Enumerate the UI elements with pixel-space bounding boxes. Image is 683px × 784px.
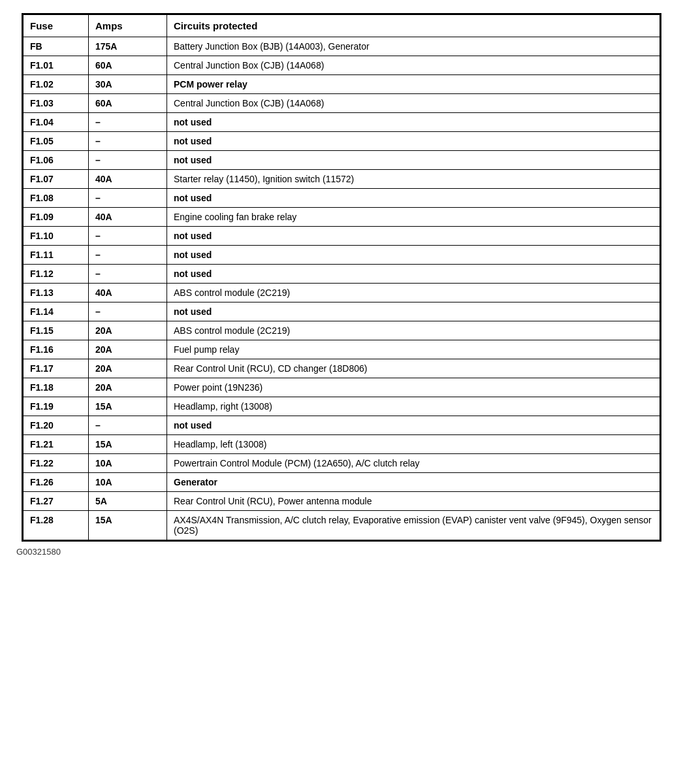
cell-fuse: F1.06 — [24, 151, 89, 170]
cell-amps: 40A — [89, 208, 167, 227]
cell-fuse: F1.09 — [24, 208, 89, 227]
cell-amps: 60A — [89, 94, 167, 113]
cell-circuits: Rear Control Unit (RCU), Power antenna m… — [167, 492, 660, 511]
cell-circuits: Central Junction Box (CJB) (14A068) — [167, 94, 660, 113]
cell-amps: 15A — [89, 511, 167, 540]
table-row: F1.04–not used — [24, 113, 660, 132]
cell-circuits: not used — [167, 246, 660, 265]
cell-fuse: F1.02 — [24, 75, 89, 94]
cell-circuits: not used — [167, 189, 660, 208]
table-row: F1.12–not used — [24, 265, 660, 284]
table-row: F1.2610AGenerator — [24, 473, 660, 492]
cell-fuse: F1.04 — [24, 113, 89, 132]
cell-circuits: Power point (19N236) — [167, 378, 660, 397]
table-row: FB175ABattery Junction Box (BJB) (14A003… — [24, 37, 660, 56]
table-row: F1.2815AAX4S/AX4N Transmission, A/C clut… — [24, 511, 660, 540]
table-row: F1.1340AABS control module (2C219) — [24, 284, 660, 302]
cell-amps: 20A — [89, 378, 167, 397]
table-row: F1.1720ARear Control Unit (RCU), CD chan… — [24, 359, 660, 378]
table-row: F1.0160ACentral Junction Box (CJB) (14A0… — [24, 56, 660, 75]
cell-fuse: F1.19 — [24, 397, 89, 416]
cell-amps: 60A — [89, 56, 167, 75]
cell-fuse: F1.12 — [24, 265, 89, 284]
cell-circuits: Headlamp, left (13008) — [167, 435, 660, 454]
cell-circuits: PCM power relay — [167, 75, 660, 94]
table-header-row: Fuse Amps Circuits protected — [24, 15, 660, 37]
cell-amps: 40A — [89, 170, 167, 189]
cell-circuits: not used — [167, 302, 660, 321]
cell-amps: – — [89, 227, 167, 246]
table-row: F1.1915AHeadlamp, right (13008) — [24, 397, 660, 416]
cell-amps: 20A — [89, 321, 167, 340]
table-row: F1.1820APower point (19N236) — [24, 378, 660, 397]
cell-circuits: Rear Control Unit (RCU), CD changer (18D… — [167, 359, 660, 378]
cell-circuits: ABS control module (2C219) — [167, 321, 660, 340]
cell-amps: 30A — [89, 75, 167, 94]
table-row: F1.05–not used — [24, 132, 660, 151]
table-row: F1.0230APCM power relay — [24, 75, 660, 94]
table-row: F1.06–not used — [24, 151, 660, 170]
figure-label: G00321580 — [13, 547, 670, 557]
cell-fuse: F1.03 — [24, 94, 89, 113]
cell-fuse: F1.14 — [24, 302, 89, 321]
cell-fuse: F1.16 — [24, 340, 89, 359]
header-circuits: Circuits protected — [167, 15, 660, 37]
table-row: F1.10–not used — [24, 227, 660, 246]
cell-amps: 10A — [89, 454, 167, 473]
cell-fuse: F1.15 — [24, 321, 89, 340]
cell-fuse: F1.10 — [24, 227, 89, 246]
cell-fuse: F1.28 — [24, 511, 89, 540]
cell-fuse: F1.22 — [24, 454, 89, 473]
cell-circuits: Headlamp, right (13008) — [167, 397, 660, 416]
cell-fuse: F1.13 — [24, 284, 89, 302]
table-row: F1.0940AEngine cooling fan brake relay — [24, 208, 660, 227]
cell-amps: 10A — [89, 473, 167, 492]
cell-circuits: Engine cooling fan brake relay — [167, 208, 660, 227]
fuse-table-container: Fuse Amps Circuits protected FB175ABatte… — [22, 13, 661, 542]
header-fuse: Fuse — [24, 15, 89, 37]
table-row: F1.11–not used — [24, 246, 660, 265]
cell-amps: – — [89, 246, 167, 265]
cell-amps: 15A — [89, 397, 167, 416]
cell-fuse: F1.08 — [24, 189, 89, 208]
cell-circuits: not used — [167, 132, 660, 151]
cell-circuits: Central Junction Box (CJB) (14A068) — [167, 56, 660, 75]
cell-amps: – — [89, 151, 167, 170]
cell-amps: – — [89, 265, 167, 284]
cell-amps: – — [89, 302, 167, 321]
cell-fuse: F1.01 — [24, 56, 89, 75]
cell-circuits: not used — [167, 151, 660, 170]
table-row: F1.1620AFuel pump relay — [24, 340, 660, 359]
cell-circuits: not used — [167, 227, 660, 246]
cell-fuse: FB — [24, 37, 89, 56]
cell-circuits: Powertrain Control Module (PCM) (12A650)… — [167, 454, 660, 473]
table-row: F1.20–not used — [24, 416, 660, 435]
cell-circuits: Fuel pump relay — [167, 340, 660, 359]
cell-circuits: Generator — [167, 473, 660, 492]
cell-amps: 20A — [89, 359, 167, 378]
cell-circuits: not used — [167, 416, 660, 435]
cell-fuse: F1.18 — [24, 378, 89, 397]
cell-circuits: AX4S/AX4N Transmission, A/C clutch relay… — [167, 511, 660, 540]
cell-fuse: F1.11 — [24, 246, 89, 265]
cell-amps: 40A — [89, 284, 167, 302]
table-row: F1.08–not used — [24, 189, 660, 208]
table-row: F1.2210APowertrain Control Module (PCM) … — [24, 454, 660, 473]
cell-amps: – — [89, 416, 167, 435]
cell-fuse: F1.17 — [24, 359, 89, 378]
cell-fuse: F1.21 — [24, 435, 89, 454]
cell-fuse: F1.20 — [24, 416, 89, 435]
table-row: F1.0740AStarter relay (11450), Ignition … — [24, 170, 660, 189]
cell-amps: – — [89, 113, 167, 132]
cell-fuse: F1.26 — [24, 473, 89, 492]
cell-circuits: not used — [167, 265, 660, 284]
table-row: F1.0360ACentral Junction Box (CJB) (14A0… — [24, 94, 660, 113]
header-amps: Amps — [89, 15, 167, 37]
table-row: F1.275ARear Control Unit (RCU), Power an… — [24, 492, 660, 511]
cell-amps: – — [89, 132, 167, 151]
table-row: F1.2115AHeadlamp, left (13008) — [24, 435, 660, 454]
cell-amps: 15A — [89, 435, 167, 454]
cell-amps: 5A — [89, 492, 167, 511]
cell-circuits: not used — [167, 113, 660, 132]
cell-fuse: F1.05 — [24, 132, 89, 151]
